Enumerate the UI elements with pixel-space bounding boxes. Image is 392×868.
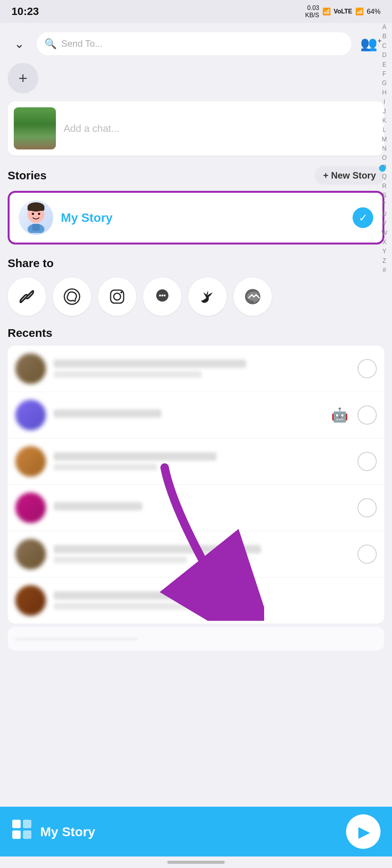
svg-point-4: [38, 213, 40, 215]
alpha-D[interactable]: D: [380, 51, 389, 59]
alpha-Q[interactable]: Q: [380, 172, 389, 181]
recent-item: [8, 438, 384, 485]
recent-avatar-4: [15, 492, 46, 523]
svg-rect-6: [32, 224, 40, 231]
stories-section-header: Stories + New Story: [8, 166, 384, 185]
my-story-card[interactable]: My Story ✓: [8, 191, 384, 244]
share-messenger-button[interactable]: [234, 277, 272, 316]
wifi-icon: 📶: [322, 7, 331, 16]
svg-point-13: [159, 295, 161, 297]
instagram-icon: [108, 287, 127, 306]
alpha-V[interactable]: V: [380, 219, 389, 228]
alpha-R[interactable]: R: [380, 182, 389, 190]
recent-item: [8, 531, 384, 578]
share-twitter-button[interactable]: [188, 277, 227, 316]
nav-bar: [0, 857, 392, 868]
add-friends-icon: 👥+: [360, 36, 382, 52]
main-content: ⌄ 🔍 Send To... 👥+ + Add a chat... Storie…: [0, 23, 392, 651]
link-icon: [17, 287, 36, 306]
svg-point-3: [32, 213, 34, 215]
alpha-W[interactable]: W: [380, 229, 389, 237]
recent-info-1: [54, 359, 350, 378]
alpha-C[interactable]: C: [380, 42, 389, 50]
svg-point-14: [162, 295, 163, 297]
chat-thumb-image: [14, 107, 56, 149]
new-chat-plus-button[interactable]: +: [8, 63, 38, 94]
alpha-I[interactable]: I: [380, 98, 389, 106]
alpha-G[interactable]: G: [380, 79, 389, 87]
svg-point-8: [64, 289, 80, 304]
alphabet-sidebar: A B C D E F G H I J K L M N O P Q R S T …: [380, 23, 389, 275]
alpha-A[interactable]: A: [380, 23, 389, 31]
messenger-icon: [243, 287, 262, 306]
share-imessage-button[interactable]: [143, 277, 181, 316]
volte-icon: VoLTE: [334, 8, 352, 15]
alpha-M[interactable]: M: [380, 135, 389, 144]
alpha-O[interactable]: O: [380, 154, 389, 162]
recent-avatar-3: [15, 446, 46, 477]
recents-section: Recents 🤖: [8, 327, 384, 651]
recent-select-5[interactable]: [358, 545, 377, 564]
alpha-J[interactable]: J: [380, 107, 389, 116]
alpha-N[interactable]: N: [380, 144, 389, 153]
alpha-H[interactable]: H: [380, 89, 389, 97]
alpha-F[interactable]: F: [380, 70, 389, 78]
alpha-P[interactable]: P: [380, 163, 389, 172]
story-squares-icon: [11, 819, 33, 840]
recents-title: Recents: [8, 327, 384, 340]
alpha-hash[interactable]: #: [380, 266, 389, 274]
my-story-avatar: [19, 200, 53, 235]
nav-pill: [167, 861, 225, 864]
alpha-B[interactable]: B: [380, 32, 389, 41]
recent-info-5: [54, 545, 350, 563]
chat-thumbnail: [14, 107, 56, 149]
recent-item: 🤖: [8, 392, 384, 438]
recent-avatar-1: [15, 353, 46, 384]
alpha-U[interactable]: U: [380, 210, 389, 218]
bottom-story-icon: [11, 819, 33, 845]
battery-icon: 64%: [367, 8, 381, 16]
send-icon: ▶: [358, 823, 370, 840]
bottom-story-label: My Story: [40, 824, 95, 839]
signal-icon: 📶: [355, 7, 364, 16]
svg-rect-2: [28, 205, 44, 211]
recent-select-3[interactable]: [358, 452, 377, 471]
recents-list: 🤖: [8, 346, 384, 624]
search-bar-container[interactable]: 🔍 Send To...: [37, 32, 351, 55]
add-chat-placeholder[interactable]: Add a chat...: [64, 123, 119, 135]
recent-avatar-5: [15, 539, 46, 569]
whatsapp-icon: [62, 287, 82, 306]
chevron-down-icon: ⌄: [14, 36, 24, 51]
recent-select-1[interactable]: [358, 359, 377, 378]
search-input[interactable]: Send To...: [61, 38, 103, 49]
chevron-down-button[interactable]: ⌄: [8, 32, 31, 55]
alpha-Y[interactable]: Y: [380, 247, 389, 256]
alpha-S[interactable]: S: [380, 191, 389, 200]
new-story-label: + New Story: [323, 170, 376, 181]
svg-rect-20: [23, 820, 31, 828]
chat-card[interactable]: Add a chat...: [8, 101, 384, 156]
new-story-button[interactable]: + New Story: [315, 166, 384, 185]
alpha-L[interactable]: L: [380, 126, 389, 134]
share-whatsapp-button[interactable]: [53, 277, 91, 316]
bottom-bar: My Story ▶: [0, 807, 392, 857]
alpha-E[interactable]: E: [380, 61, 389, 69]
recent-emoji-2: 🤖: [331, 407, 348, 423]
recent-select-2[interactable]: [358, 405, 377, 425]
share-section: Share to: [8, 257, 384, 316]
partial-text: ————————————————: [15, 634, 138, 643]
alpha-T[interactable]: T: [380, 200, 389, 209]
alpha-K[interactable]: K: [380, 116, 389, 125]
my-story-name: My Story: [61, 211, 345, 225]
share-instagram-button[interactable]: [98, 277, 136, 316]
alpha-Z[interactable]: Z: [380, 257, 389, 265]
imessage-icon: [153, 287, 172, 306]
recent-item: [8, 485, 384, 531]
my-story-check: ✓: [353, 207, 373, 228]
stories-title: Stories: [8, 169, 47, 182]
share-link-button[interactable]: [8, 277, 46, 316]
bottom-send-button[interactable]: ▶: [346, 814, 381, 849]
alpha-X[interactable]: X: [380, 238, 389, 246]
recent-select-4[interactable]: [358, 498, 377, 517]
recent-info-4: [54, 502, 350, 514]
